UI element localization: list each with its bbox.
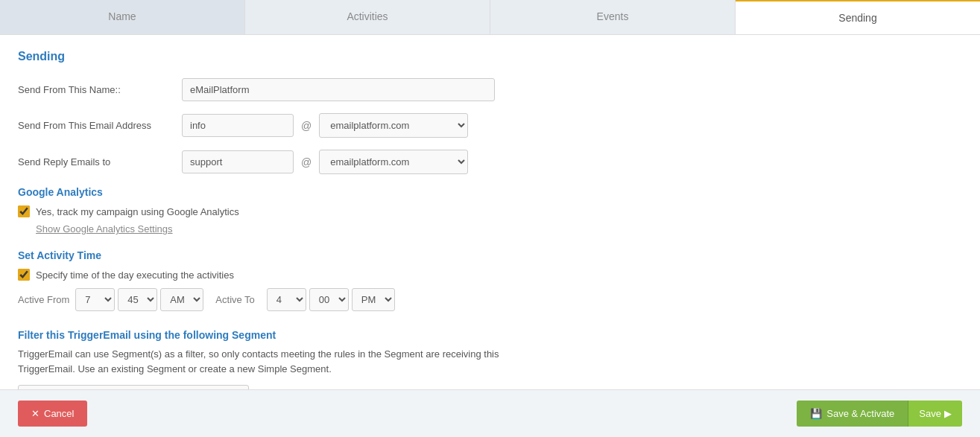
tab-name[interactable]: Name [0, 0, 245, 34]
google-analytics-checkbox[interactable] [18, 205, 30, 217]
footer-right-buttons: 💾 Save & Activate Save ▶ [797, 401, 962, 426]
active-to-label: Active To [215, 294, 255, 305]
tab-bar: Name Activities Events Sending [0, 0, 980, 35]
activity-time-checkbox-row: Specify time of the day executing the ac… [18, 269, 962, 281]
show-google-analytics-link[interactable]: Show Google Analytics Settings [18, 223, 962, 235]
time-row: Active From 7 123456 89101112 45 001530 … [18, 288, 962, 311]
tab-sending[interactable]: Sending [736, 0, 980, 34]
at-sign-2: @ [301, 156, 312, 168]
send-from-email-label: Send From This Email Address [18, 120, 182, 131]
cancel-label: Cancel [44, 408, 74, 419]
active-from-label: Active From [18, 294, 69, 305]
tab-events[interactable]: Events [490, 0, 736, 34]
save-activate-icon: 💾 [810, 408, 822, 419]
active-from-minute-select[interactable]: 45 001530 [118, 288, 157, 311]
send-from-name-row: Send From This Name:: [18, 78, 962, 101]
send-from-name-input[interactable] [182, 78, 495, 101]
cancel-x-icon: ✕ [31, 408, 39, 419]
activity-time-checkbox-label: Specify time of the day executing the ac… [36, 269, 234, 281]
active-to-hour-select[interactable]: 4 12356 789101112 [267, 288, 306, 311]
main-content: Sending Send From This Name:: Send From … [0, 35, 980, 426]
save-activate-label: Save & Activate [826, 408, 894, 419]
send-from-email-local-input[interactable] [182, 114, 294, 137]
google-analytics-settings-link[interactable]: Show Google Analytics Settings [36, 223, 173, 235]
google-analytics-title: Google Analytics [18, 186, 962, 198]
google-analytics-checkbox-row: Yes, track my campaign using Google Anal… [18, 205, 962, 217]
active-from-hour-select[interactable]: 7 123456 89101112 [75, 288, 115, 311]
save-activate-button[interactable]: 💾 Save & Activate [797, 401, 908, 426]
google-analytics-checkbox-label: Yes, track my campaign using Google Anal… [36, 206, 239, 217]
send-reply-label: Send Reply Emails to [18, 156, 182, 168]
activity-time-checkbox[interactable] [18, 269, 30, 281]
at-sign-1: @ [301, 120, 312, 132]
filter-desc-1: TriggerEmail can use Segment(s) as a fil… [18, 348, 499, 360]
send-reply-domain-select[interactable]: emailplatform.com [319, 150, 468, 174]
send-from-email-domain-select[interactable]: emailplatform.com [319, 113, 468, 138]
send-from-name-label: Send From This Name:: [18, 84, 182, 95]
filter-title: Filter this TriggerEmail using the follo… [18, 329, 962, 341]
send-from-email-row: Send From This Email Address @ emailplat… [18, 113, 962, 138]
activity-time-title: Set Activity Time [18, 249, 962, 261]
filter-desc-2: TriggerEmail. Use an existing Segment or… [18, 363, 332, 374]
section-title: Sending [18, 50, 962, 63]
active-to-minute-select[interactable]: 00 153045 [309, 288, 349, 311]
cancel-button[interactable]: ✕ Cancel [18, 401, 87, 426]
footer: ✕ Cancel 💾 Save & Activate Save ▶ [0, 389, 980, 426]
save-button[interactable]: Save ▶ [908, 401, 962, 426]
send-reply-row: Send Reply Emails to @ emailplatform.com [18, 150, 962, 174]
save-arrow-icon: ▶ [944, 408, 952, 419]
active-to-ampm-select[interactable]: PM AM [352, 288, 395, 311]
active-from-ampm-select[interactable]: AM PM [160, 288, 203, 311]
send-reply-local-input[interactable] [182, 150, 294, 173]
save-label: Save [919, 408, 941, 419]
filter-desc: TriggerEmail can use Segment(s) as a fil… [18, 347, 962, 376]
tab-activities[interactable]: Activities [245, 0, 490, 34]
